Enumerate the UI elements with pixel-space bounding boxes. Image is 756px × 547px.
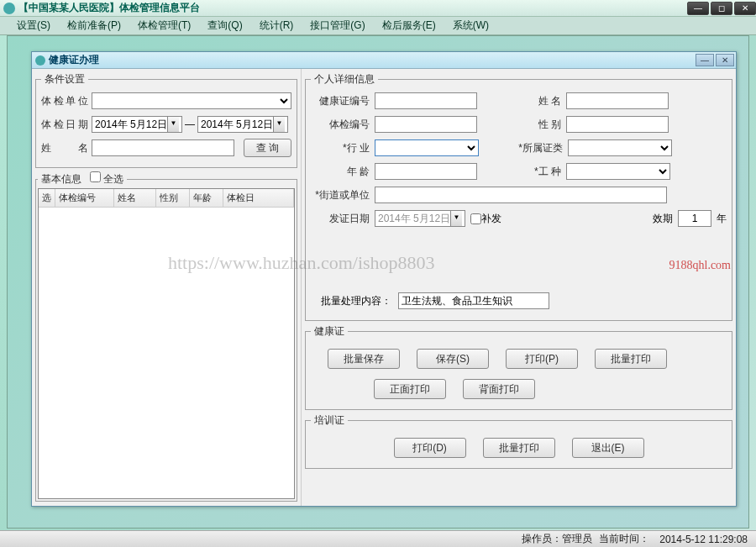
cert-no-input[interactable]	[375, 92, 477, 109]
sub-app-icon	[35, 55, 45, 66]
issue-date-picker[interactable]: 2014年 5月12日▼	[375, 210, 465, 227]
menu-pre-check[interactable]: 检前准备(P)	[59, 17, 129, 34]
cert-type-label: *所属证类	[504, 141, 563, 155]
issue-date-text: 2014年 5月12日	[378, 212, 450, 226]
menu-post-check[interactable]: 检后服务(E)	[374, 17, 444, 34]
col-id[interactable]: 体检编号	[55, 189, 114, 207]
select-all-label: 全选	[103, 173, 123, 185]
basic-table[interactable]: 选 体检编号 姓名 性别 年龄 体检日	[38, 188, 295, 499]
train-batch-print-button[interactable]: 批量打印	[483, 438, 555, 458]
name-input2[interactable]	[566, 92, 669, 109]
health-cert-fieldset: 健康证 批量保存 保存(S) 打印(P) 批量打印 正面打印 背面打印	[305, 324, 732, 410]
validity-label: 效期	[653, 212, 673, 226]
health-cert-legend: 健康证	[311, 324, 348, 339]
addr-input[interactable]	[375, 187, 667, 203]
gender-label: 性 别	[502, 118, 561, 132]
chevron-down-icon[interactable]: ▼	[450, 211, 462, 226]
date-from-text: 2014年 5月12日	[95, 118, 167, 132]
sub-content: 条件设置 体检单位 体检日期 2014年 5月12日▼ — 2014年 5月12…	[32, 69, 736, 506]
menu-system[interactable]: 系统(W)	[444, 17, 497, 34]
detail-legend: 个人详细信息	[311, 72, 378, 87]
date-separator: —	[185, 118, 195, 130]
date-to-picker[interactable]: 2014年 5月12日▼	[197, 116, 288, 133]
main-title: 【中国某某人民医院】体检管理信息平台	[18, 1, 685, 15]
table-header: 选 体检编号 姓名 性别 年龄 体检日	[39, 189, 294, 208]
menu-check-mgmt[interactable]: 体检管理(T)	[129, 17, 199, 34]
gender-input[interactable]	[566, 116, 669, 133]
name-label: 姓 名	[41, 141, 88, 155]
main-window: 【中国某某人民医院】体检管理信息平台 — ◻ ✕ 设置(S) 检前准备(P) 体…	[0, 0, 756, 547]
cert-type-select[interactable]	[568, 139, 672, 156]
time-label: 当前时间：	[599, 532, 649, 546]
front-print-button[interactable]: 正面打印	[374, 379, 446, 399]
right-pane: 个人详细信息 健康证编号 姓 名 体检编号 性	[301, 69, 736, 506]
statusbar: 操作员： 管理员 当前时间： 2014-5-12 11:29:08	[0, 530, 756, 547]
date-from-picker[interactable]: 2014年 5月12日▼	[92, 116, 182, 133]
sub-minimize-button[interactable]: —	[696, 54, 714, 66]
left-pane: 条件设置 体检单位 体检日期 2014年 5月12日▼ — 2014年 5月12…	[32, 69, 301, 506]
col-sel[interactable]: 选	[39, 189, 55, 207]
unit-select[interactable]	[92, 92, 291, 109]
chevron-down-icon[interactable]: ▼	[167, 117, 179, 132]
exam-no-input[interactable]	[375, 116, 477, 133]
sub-close-button[interactable]: ✕	[716, 54, 734, 66]
train-print-button[interactable]: 打印(D)	[394, 438, 466, 458]
maximize-button[interactable]: ◻	[711, 2, 732, 15]
menu-settings[interactable]: 设置(S)	[8, 17, 59, 34]
save-button[interactable]: 保存(S)	[417, 349, 489, 369]
chevron-down-icon[interactable]: ▼	[273, 117, 285, 132]
reissue-checkbox[interactable]	[470, 213, 481, 224]
validity-input[interactable]	[678, 210, 711, 227]
date-to-text: 2014年 5月12日	[201, 118, 273, 132]
work-type-label: *工 种	[502, 165, 561, 179]
name-label2: 姓 名	[502, 94, 561, 108]
col-name[interactable]: 姓名	[114, 189, 156, 207]
time-value: 2014-5-12 11:29:08	[659, 534, 748, 545]
basic-fieldset: 基本信息 全选 选 体检编号 姓名 性别 年龄 体检日	[35, 171, 297, 502]
sub-titlebar: 健康证办理 — ✕	[32, 52, 736, 69]
basic-legend: 基本信息 全选	[38, 171, 127, 187]
batch-label: 批量处理内容：	[321, 294, 391, 308]
addr-label: *街道或单位	[311, 188, 370, 202]
menu-interface[interactable]: 接口管理(G)	[302, 17, 373, 34]
batch-input[interactable]	[398, 292, 549, 309]
query-button[interactable]: 查 询	[244, 139, 291, 157]
operator-value: 管理员	[562, 532, 592, 546]
print-button[interactable]: 打印(P)	[506, 349, 578, 369]
col-date[interactable]: 体检日	[223, 189, 294, 207]
window-controls: — ◻ ✕	[685, 2, 756, 15]
minimize-button[interactable]: —	[687, 2, 709, 15]
close-button[interactable]: ✕	[734, 2, 756, 15]
age-label: 年 龄	[311, 165, 370, 179]
back-print-button[interactable]: 背面打印	[463, 379, 535, 399]
reissue-label: 补发	[481, 212, 501, 226]
train-cert-fieldset: 培训证 打印(D) 批量打印 退出(E)	[305, 413, 732, 469]
detail-fieldset: 个人详细信息 健康证编号 姓 名 体检编号 性	[305, 72, 732, 321]
sub-window: 健康证办理 — ✕ 条件设置 体检单位 体检日期 2014年 5月12日▼	[31, 51, 737, 507]
select-all-checkbox[interactable]	[90, 171, 101, 182]
conditions-legend: 条件设置	[41, 72, 88, 87]
age-input[interactable]	[375, 163, 477, 180]
batch-save-button[interactable]: 批量保存	[328, 349, 400, 369]
train-cert-legend: 培训证	[311, 413, 348, 428]
col-age[interactable]: 年龄	[190, 189, 223, 207]
app-icon	[3, 3, 15, 14]
work-type-select[interactable]	[566, 163, 670, 180]
menu-stats[interactable]: 统计(R)	[251, 17, 302, 34]
menu-query[interactable]: 查询(Q)	[199, 17, 250, 34]
industry-select[interactable]	[375, 139, 479, 156]
exam-no-label: 体检编号	[311, 118, 370, 132]
exit-button[interactable]: 退出(E)	[572, 438, 644, 458]
workspace: 健康证办理 — ✕ 条件设置 体检单位 体检日期 2014年 5月12日▼	[7, 35, 749, 529]
sub-title: 健康证办理	[49, 53, 696, 67]
menubar: 设置(S) 检前准备(P) 体检管理(T) 查询(Q) 统计(R) 接口管理(G…	[0, 17, 756, 35]
conditions-fieldset: 条件设置 体检单位 体检日期 2014年 5月12日▼ — 2014年 5月12…	[35, 72, 297, 168]
batch-print-button[interactable]: 批量打印	[595, 349, 667, 369]
validity-unit: 年	[717, 212, 727, 226]
operator-label: 操作员：	[522, 532, 562, 546]
cert-no-label: 健康证编号	[311, 94, 370, 108]
industry-label: *行 业	[311, 141, 370, 155]
main-titlebar: 【中国某某人民医院】体检管理信息平台 — ◻ ✕	[0, 0, 756, 17]
col-gender[interactable]: 性别	[156, 189, 190, 207]
name-input[interactable]	[92, 139, 234, 156]
